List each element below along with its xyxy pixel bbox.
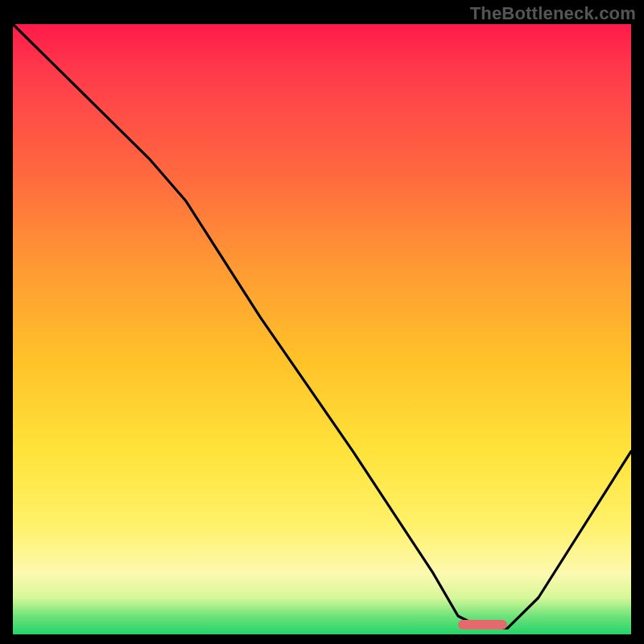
chart-frame: TheBottleneck.com [0,0,644,644]
watermark-text: TheBottleneck.com [470,3,636,24]
plot-canvas [13,24,631,634]
bottleneck-curve [13,24,631,634]
plot-area [13,24,631,634]
optimal-range-marker [458,620,507,630]
curve-path [13,24,631,628]
